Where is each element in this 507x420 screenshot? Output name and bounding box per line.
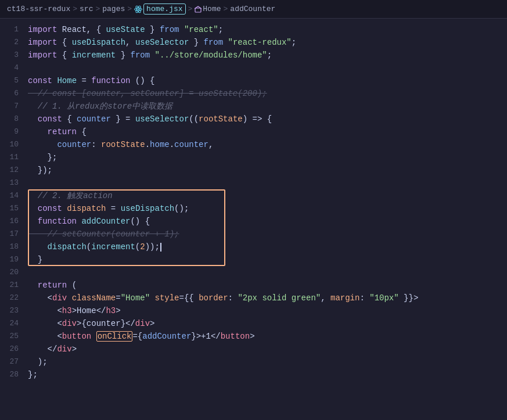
code-line: 24 <div>{counter}</div> xyxy=(0,317,507,330)
token-white: : xyxy=(91,140,101,149)
line-number: 9 xyxy=(0,125,28,138)
breadcrumb-file[interactable]: home.jsx xyxy=(143,3,185,15)
token-white: (( xyxy=(189,114,199,124)
token-white: { xyxy=(77,127,87,137)
token-white: () { xyxy=(130,217,150,226)
line-number: 4 xyxy=(0,62,28,74)
token-white: { xyxy=(62,114,77,124)
line-content: // setCounter(counter + 1); xyxy=(28,228,507,240)
token-white: ; xyxy=(218,25,223,34)
token-white: }>+1</ xyxy=(191,332,220,341)
token-str: "react-redux" xyxy=(228,38,292,47)
token-white xyxy=(179,25,184,34)
code-line: 5const Home = function () { xyxy=(0,74,507,87)
token-jsx-tag: div xyxy=(52,293,67,303)
token-white: = xyxy=(116,293,120,303)
home-component-icon xyxy=(195,6,202,13)
token-kw: const xyxy=(28,76,52,85)
token-kw2: from xyxy=(130,51,150,60)
token-white xyxy=(150,293,154,303)
token-white: ( xyxy=(135,242,140,252)
token-fn: increment xyxy=(91,242,135,252)
line-number: 8 xyxy=(0,113,28,125)
token-prop: addCounter xyxy=(142,332,191,341)
code-line: 4 xyxy=(0,62,507,74)
token-comment: // 2. 触发action xyxy=(28,191,113,200)
token-white xyxy=(150,51,154,60)
svg-rect-4 xyxy=(195,8,201,12)
token-kw: return xyxy=(48,127,77,137)
token-jsx-tag: div xyxy=(135,319,150,328)
code-line: 13 xyxy=(0,177,507,189)
token-prop: home xyxy=(150,140,170,149)
token-kw: import xyxy=(28,25,57,34)
token-fn: increment xyxy=(72,51,116,60)
token-jsx-tag: div xyxy=(57,344,71,354)
line-number: 1 xyxy=(0,23,28,36)
line-content: }; xyxy=(28,151,507,164)
token-white xyxy=(28,127,48,137)
line-content: function addCounter() { xyxy=(28,215,507,228)
token-fn: useState xyxy=(106,25,145,34)
code-line: 16 function addCounter() { xyxy=(0,215,507,228)
token-fn: useDispatch xyxy=(121,204,174,213)
code-line: 20 xyxy=(0,266,507,279)
line-number: 16 xyxy=(0,215,28,228)
line-number: 20 xyxy=(0,266,28,279)
token-prop: counter xyxy=(57,140,91,149)
line-number: 11 xyxy=(0,151,28,164)
token-jsx-attr: style xyxy=(155,293,179,303)
token-white: < xyxy=(28,332,62,341)
code-line: 27 ); xyxy=(0,356,507,368)
token-jsx-attr: border xyxy=(199,293,228,303)
onclick-highlight-box: onClick xyxy=(96,331,133,342)
token-white: }); xyxy=(28,166,52,175)
line-content: // 2. 触发action xyxy=(28,189,507,202)
token-white: ( xyxy=(67,281,77,290)
line-number: 5 xyxy=(0,74,28,87)
token-kw: import xyxy=(28,38,57,47)
line-content: counter: rootState.home.counter, xyxy=(28,138,507,151)
code-line: 25 <button onClick={addCounter}>+1</butt… xyxy=(0,330,507,343)
token-white: }; xyxy=(28,153,57,162)
code-line: 11 }; xyxy=(0,151,507,164)
line-number: 14 xyxy=(0,189,28,202)
react-logo-icon xyxy=(134,5,142,13)
token-white: </ xyxy=(28,344,57,354)
code-line: 3import { increment } from "../store/mod… xyxy=(0,49,507,62)
token-white: > xyxy=(150,319,154,328)
token-white: > xyxy=(72,344,77,354)
token-white: )); xyxy=(145,242,160,252)
token-comment: // 1. 从redux的store中读取数据 xyxy=(28,102,172,111)
token-str: "Home" xyxy=(121,293,150,303)
token-kw: const xyxy=(38,204,62,213)
code-line: 21 return ( xyxy=(0,279,507,292)
token-white: { xyxy=(57,38,71,47)
line-content: const Home = function () { xyxy=(28,74,507,87)
token-jsx-tag: button xyxy=(221,332,250,341)
line-number: 6 xyxy=(0,87,28,100)
line-content: import { useDispatch, useSelector } from… xyxy=(28,36,507,49)
token-white: > xyxy=(116,306,120,315)
code-line: 7 // 1. 从redux的store中读取数据 xyxy=(0,100,507,113)
line-content: <div>{counter}</div> xyxy=(28,317,507,330)
line-number: 2 xyxy=(0,36,28,49)
line-number: 10 xyxy=(0,138,28,151)
token-white: : xyxy=(359,293,369,303)
token-comment-strikethrough: // const [counter, setCounter] = useStat… xyxy=(28,89,267,98)
token-white: ) => { xyxy=(243,114,272,124)
token-white: }}> xyxy=(399,293,419,303)
token-fn: addCounter xyxy=(81,217,130,226)
line-content: <h3>Home</h3> xyxy=(28,304,507,317)
react-icon: home.jsx xyxy=(134,3,185,15)
code-line: 18 dispatch(increment(2)); xyxy=(0,240,507,253)
line-number: 7 xyxy=(0,100,28,113)
token-white: = xyxy=(106,204,120,213)
token-kw: const xyxy=(38,114,62,124)
code-line: 28}; xyxy=(0,368,507,381)
token-comment-strikethrough: // setCounter(counter + 1); xyxy=(28,229,179,239)
code-area: 1import React, { useState } from "react"… xyxy=(0,19,507,386)
token-white: < xyxy=(28,293,52,303)
token-white xyxy=(28,204,38,213)
token-str: "../store/modules/home" xyxy=(155,51,267,60)
